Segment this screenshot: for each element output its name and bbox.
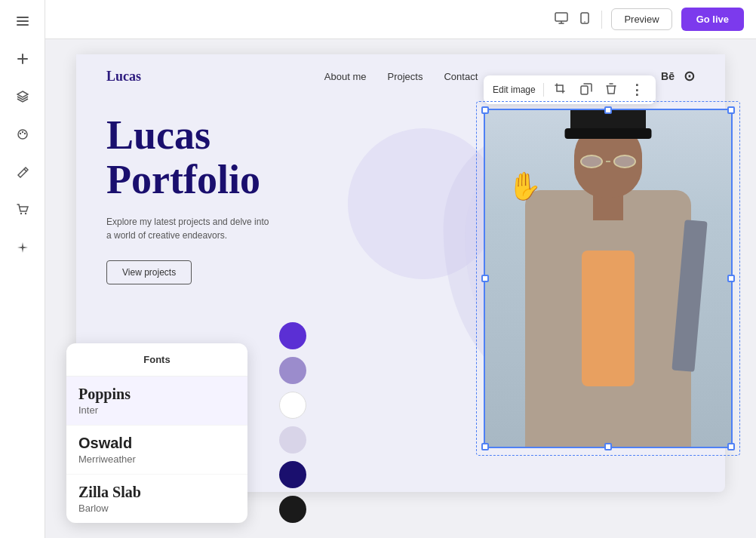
font-secondary-merriweather: Merriweather bbox=[78, 453, 235, 465]
font-item-oswald[interactable]: Oswald Merriweather bbox=[66, 426, 247, 475]
menu-icon[interactable] bbox=[11, 9, 35, 33]
svg-rect-0 bbox=[17, 17, 29, 18]
color-swatch-navy[interactable] bbox=[279, 461, 306, 488]
font-item-poppins[interactable]: Poppins Inter bbox=[66, 377, 247, 426]
topbar: Preview Go live bbox=[45, 0, 756, 39]
desktop-icon[interactable] bbox=[552, 9, 571, 30]
color-swatch-lavender[interactable] bbox=[279, 357, 306, 384]
resize-handle-ml[interactable] bbox=[481, 275, 489, 282]
image-toolbar: Edit image bbox=[484, 75, 656, 104]
font-secondary-barlow: Barlow bbox=[78, 503, 235, 514]
svg-point-9 bbox=[20, 213, 21, 214]
svg-point-7 bbox=[21, 131, 23, 133]
preview-button[interactable]: Preview bbox=[611, 8, 671, 30]
nav-about[interactable]: About me bbox=[324, 71, 367, 82]
site-nav-links: About me Projects Contact bbox=[324, 71, 478, 82]
layers-icon[interactable] bbox=[11, 85, 35, 109]
edit-icon[interactable] bbox=[11, 160, 35, 184]
palette-icon[interactable] bbox=[11, 122, 35, 146]
golive-button[interactable]: Go live bbox=[681, 8, 744, 31]
svg-rect-4 bbox=[17, 58, 28, 60]
sparkle-icon[interactable] bbox=[11, 235, 35, 260]
hero-subtitle: Explore my latest projects and delve int… bbox=[106, 215, 272, 242]
mobile-icon[interactable] bbox=[577, 9, 592, 30]
fonts-panel: Fonts Poppins Inter Oswald Merriweather … bbox=[66, 343, 247, 523]
resize-handle-tm[interactable] bbox=[604, 106, 612, 114]
sidebar bbox=[0, 0, 45, 538]
svg-rect-1 bbox=[17, 20, 29, 22]
svg-rect-2 bbox=[17, 24, 29, 26]
svg-rect-11 bbox=[555, 13, 567, 21]
colors-panel bbox=[279, 322, 306, 523]
resize-handle-bl[interactable] bbox=[481, 443, 489, 450]
topbar-divider bbox=[601, 11, 602, 29]
font-item-zilla[interactable]: Zilla Slab Barlow bbox=[66, 475, 247, 523]
device-switcher bbox=[552, 9, 592, 30]
color-swatch-white[interactable] bbox=[279, 392, 306, 419]
hero-image bbox=[485, 110, 731, 447]
fonts-list: Poppins Inter Oswald Merriweather Zilla … bbox=[66, 377, 247, 523]
more-options-icon[interactable]: ⋮ bbox=[627, 80, 647, 100]
resize-handle-tl[interactable] bbox=[481, 106, 489, 114]
resize-handle-br[interactable] bbox=[727, 443, 735, 450]
site-logo: Lucas bbox=[106, 69, 141, 85]
toolbar-divider bbox=[543, 83, 544, 97]
fonts-panel-header: Fonts bbox=[66, 343, 247, 377]
edit-image-button[interactable]: Edit image bbox=[493, 85, 536, 95]
color-swatch-purple[interactable] bbox=[279, 322, 306, 349]
canvas-area: Lucas About me Projects Contact Bē ⊙ Luc… bbox=[45, 39, 756, 538]
font-secondary-inter: Inter bbox=[78, 404, 235, 416]
resize-handle-mr[interactable] bbox=[727, 275, 735, 282]
svg-point-8 bbox=[23, 133, 25, 134]
font-primary-oswald: Oswald bbox=[78, 435, 235, 452]
color-swatch-black[interactable] bbox=[279, 496, 306, 523]
main-area: Preview Go live Lucas About me Projects … bbox=[45, 0, 756, 538]
font-primary-zilla: Zilla Slab bbox=[78, 484, 235, 501]
svg-point-6 bbox=[19, 133, 20, 134]
plus-icon[interactable] bbox=[11, 47, 35, 71]
color-swatch-light-lavender[interactable] bbox=[279, 426, 306, 453]
crop-icon[interactable] bbox=[552, 81, 570, 99]
delete-icon[interactable] bbox=[603, 81, 619, 99]
font-primary-poppins: Poppins bbox=[78, 386, 235, 403]
resize-handle-bm[interactable] bbox=[604, 443, 612, 450]
svg-point-10 bbox=[24, 213, 26, 214]
resize-handle-tr[interactable] bbox=[727, 106, 735, 114]
image-selection-container: Edit image bbox=[484, 75, 733, 448]
svg-point-13 bbox=[585, 21, 586, 23]
cart-icon[interactable] bbox=[11, 198, 35, 222]
nav-contact[interactable]: Contact bbox=[444, 71, 478, 82]
selected-image-box[interactable]: ✋ bbox=[484, 109, 733, 448]
svg-rect-14 bbox=[581, 86, 588, 94]
duplicate-icon[interactable] bbox=[577, 81, 595, 99]
nav-projects[interactable]: Projects bbox=[387, 71, 423, 82]
view-projects-button[interactable]: View projects bbox=[106, 260, 192, 284]
